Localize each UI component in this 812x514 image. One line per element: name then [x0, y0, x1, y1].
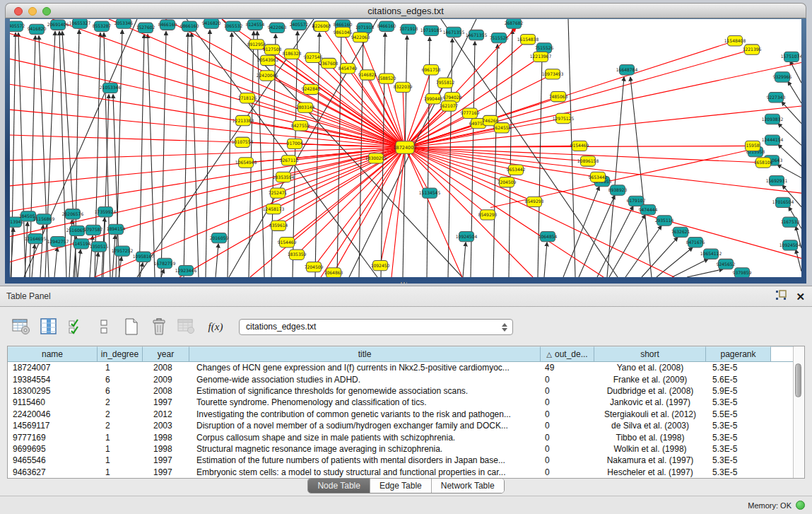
column-header-title[interactable]: title [189, 346, 541, 361]
graph-node[interactable]: 10924504 [779, 240, 801, 250]
graph-node[interactable]: 9146821 [358, 70, 377, 80]
graph-node[interactable]: 9242845 [302, 84, 321, 94]
graph-node[interactable]: 20206576 [62, 209, 84, 219]
graph-node[interactable]: 1065532 [224, 21, 243, 31]
panel-splitter-handle[interactable] [400, 281, 407, 285]
table-vertical-scrollbar[interactable] [793, 346, 804, 478]
graph-node[interactable]: 1894154 [107, 224, 126, 234]
graph-node[interactable]: 7632621 [671, 227, 690, 237]
graph-node[interactable]: 15692931 [766, 175, 788, 185]
graph-node[interactable]: 7204509 [498, 177, 517, 187]
graph-node[interactable]: 10924504 [456, 231, 478, 241]
black-citation-edge[interactable] [778, 144, 801, 166]
graph-node[interactable]: 9267110 [280, 156, 299, 165]
graph-node[interactable]: 9797587 [84, 225, 103, 235]
table-row[interactable]: 911546021997Tourette syndrome. Phenomeno… [8, 397, 804, 408]
graph-node[interactable]: 2016059 [210, 233, 229, 243]
graph-node[interactable]: 917004 [287, 139, 303, 148]
table-select-dropdown[interactable]: citations_edges.txt [239, 319, 513, 335]
black-citation-edge[interactable] [463, 243, 466, 277]
graph-node[interactable]: 2405572 [290, 20, 309, 30]
graph-node[interactable]: 11548408 [724, 36, 746, 46]
black-citation-edge[interactable] [509, 30, 512, 277]
graph-node[interactable]: 1658104 [754, 158, 773, 168]
tab-node-table[interactable]: Node Table [308, 479, 370, 493]
graph-node[interactable]: 14671355 [466, 30, 488, 40]
column-header-pagerank[interactable]: pagerank [706, 346, 771, 361]
black-citation-edge[interactable] [78, 250, 81, 277]
graph-node[interactable]: 9154469 [570, 141, 589, 151]
black-citation-edge[interactable] [544, 243, 547, 277]
graph-node[interactable]: 10719185 [420, 25, 442, 35]
black-citation-edge[interactable] [11, 33, 16, 277]
black-citation-edge[interactable] [116, 30, 122, 277]
black-citation-edge[interactable] [672, 259, 708, 277]
graph-node[interactable]: 16154838 [517, 35, 539, 45]
graph-node[interactable]: 1588520 [377, 74, 396, 83]
black-citation-edge[interactable] [249, 31, 254, 277]
graph-node[interactable]: 2053346 [114, 19, 134, 28]
black-citation-edge[interactable] [687, 269, 723, 277]
graph-node[interactable]: 8322039 [394, 82, 413, 92]
column-header-name[interactable]: name [8, 346, 98, 361]
graph-node[interactable]: 9329966 [773, 72, 792, 82]
show-columns-icon[interactable] [39, 317, 59, 336]
graph-node[interactable]: 18300295 [365, 153, 387, 163]
graph-node[interactable]: 1145194 [72, 239, 91, 249]
black-citation-edge[interactable] [607, 77, 624, 277]
black-citation-edge[interactable] [630, 77, 652, 277]
black-citation-edge[interactable] [32, 245, 35, 277]
black-citation-edge[interactable] [192, 33, 199, 277]
graph-node[interactable]: 1835359 [288, 250, 307, 259]
graph-node[interactable]: 9653442 [507, 165, 526, 175]
graph-node[interactable]: 9127508 [263, 45, 282, 54]
table-row[interactable]: 2242004622012Investigating the contribut… [8, 409, 804, 420]
graph-node[interactable]: 6961758 [422, 65, 441, 75]
black-citation-edge[interactable] [54, 247, 57, 277]
graph-node[interactable]: 9861045 [334, 27, 353, 37]
black-citation-edge[interactable] [112, 235, 115, 277]
table-row[interactable]: 1938455462009Genome-wide association stu… [8, 373, 804, 385]
graph-node[interactable]: 7515526 [490, 33, 509, 42]
red-citation-edge[interactable] [405, 147, 462, 277]
black-citation-edge[interactable] [609, 215, 645, 277]
graph-node[interactable]: 15958 [746, 141, 760, 151]
graph-node[interactable]: 10958167 [133, 252, 155, 262]
black-citation-edge[interactable] [95, 252, 98, 277]
table-row[interactable]: 946362711997Embryonic stem cells: a mode… [8, 467, 804, 478]
graph-node[interactable]: 15134545 [419, 188, 441, 198]
citation-network-graph[interactable]: 1872400724055729416820206914061065532785… [10, 19, 801, 277]
graph-node[interactable]: 12923446 [175, 266, 197, 276]
graph-node[interactable]: 8471676 [686, 238, 705, 247]
close-panel-icon[interactable]: ✕ [796, 291, 805, 303]
graph-node[interactable]: 9422063 [268, 23, 287, 33]
graph-node[interactable]: 10654112 [700, 249, 722, 259]
red-citation-edge[interactable] [10, 34, 405, 148]
graph-node[interactable]: 1527602 [136, 23, 155, 33]
graph-node[interactable]: 9777169 [461, 108, 480, 118]
graph-node[interactable]: 8359614 [269, 221, 288, 230]
graph-node[interactable]: 17016504 [772, 197, 794, 207]
graph-node[interactable]: 10655327 [69, 19, 91, 28]
black-citation-edge[interactable] [228, 33, 232, 277]
black-citation-edge[interactable] [216, 244, 218, 277]
black-citation-edge[interactable] [642, 238, 678, 277]
graph-node[interactable]: 8549293 [478, 210, 498, 220]
graph-node[interactable]: 12213383 [233, 115, 254, 125]
graph-node[interactable]: 20691406 [47, 20, 69, 30]
red-citation-edge[interactable] [305, 107, 405, 147]
graph-node[interactable]: 9154469 [278, 238, 297, 247]
table-options-icon[interactable] [11, 317, 31, 336]
graph-node[interactable]: 14671355 [443, 27, 465, 37]
graph-node[interactable]: 7204509 [305, 262, 324, 271]
graph-node[interactable]: 8466160 [377, 21, 396, 31]
graph-node[interactable]: 8466160 [158, 20, 177, 30]
graph-node[interactable]: 12213967 [530, 52, 552, 62]
tab-edge-table[interactable]: Edge Table [370, 479, 431, 493]
graph-node[interactable]: 1621077 [440, 101, 459, 111]
graph-node[interactable]: 9416820 [28, 24, 47, 34]
black-citation-edge[interactable] [782, 102, 801, 124]
graph-node[interactable]: 9245652 [717, 259, 736, 269]
graph-node[interactable]: 12093832 [762, 114, 784, 124]
graph-node[interactable]: 8427552 [291, 121, 310, 131]
